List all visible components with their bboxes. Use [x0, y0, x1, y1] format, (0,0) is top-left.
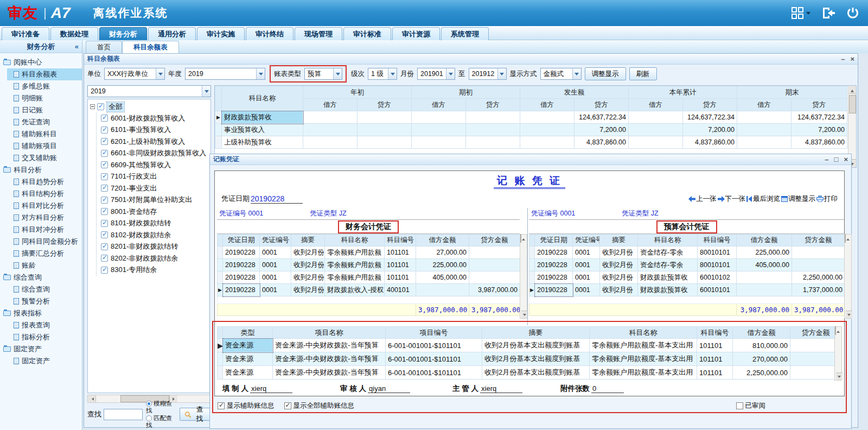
table-cell[interactable]: 零余额账户用款额度-基本支出用	[590, 339, 697, 352]
close-icon[interactable]: ×	[844, 156, 848, 163]
table-cell[interactable]: 20190228	[223, 246, 260, 259]
table-cell[interactable]: 7,200.00	[683, 124, 737, 136]
scrollbar-thumb[interactable]	[835, 326, 836, 335]
table-cell[interactable]: 20190228	[535, 284, 573, 296]
checkbox-icon[interactable]	[101, 267, 108, 274]
sidebar-item[interactable]: 科目趋势分析	[7, 176, 82, 188]
search-button[interactable]: 查找	[180, 408, 211, 421]
sidebar-item[interactable]: 固定资产	[7, 355, 82, 367]
table-cell[interactable]: 124,637,722.34	[792, 111, 847, 124]
main-tab[interactable]: 现场管理	[295, 27, 342, 40]
sidebar-group[interactable]: 固定资产	[3, 343, 82, 355]
table-cell[interactable]: 101101	[697, 339, 733, 352]
table-cell[interactable]: 810,000.00	[733, 339, 790, 352]
table-cell[interactable]: 6-001-001001-$101101	[386, 352, 482, 366]
table-cell[interactable]: 60010101	[698, 284, 737, 296]
table-cell[interactable]: 收到2月份	[291, 284, 325, 296]
table-cell[interactable]: 收到2月份	[600, 284, 638, 296]
table-row[interactable]: 201902280001收到2月份资金结存-零余80010101225,000.…	[529, 246, 845, 259]
table-cell[interactable]: 0001	[260, 259, 291, 271]
document-tab[interactable]: 科目余额表	[122, 41, 179, 53]
table-row[interactable]: 事业预算收入7,200.007,200.007,200.00	[215, 124, 847, 136]
scroll-down-icon[interactable]	[836, 372, 843, 380]
table-row[interactable]: 201902280001收到2月份零余额账户用款额101101225,000.0…	[218, 259, 520, 271]
table-cell[interactable]: 400101	[385, 284, 416, 296]
table-cell[interactable]: 财政拨款预算收	[638, 271, 698, 284]
sidebar-item[interactable]: 日记账	[7, 104, 82, 116]
table-cell[interactable]: 资金来源-中央财政拨款-当年预算	[273, 339, 386, 352]
voucher-nav-上一张[interactable]: 上一张	[688, 194, 717, 204]
table-cell[interactable]: 零余额账户用款额	[325, 271, 385, 284]
table-cell[interactable]: 收到2月份	[291, 246, 325, 259]
sidebar-item[interactable]: 科目对冲分析	[7, 224, 82, 236]
table-cell[interactable]: 7,200.00	[792, 124, 847, 136]
table-cell[interactable]: 60010102	[698, 271, 737, 284]
fuzzy-search-radio[interactable]	[146, 401, 152, 407]
level-select[interactable]: 1 级	[368, 68, 397, 80]
table-cell[interactable]: 80010101	[698, 259, 737, 271]
sidebar-item[interactable]: 综合查询	[7, 283, 82, 295]
table-cell[interactable]	[469, 259, 520, 271]
table-cell[interactable]: 3,987,000.00	[469, 284, 520, 296]
tree-collapse-icon[interactable]	[90, 104, 95, 109]
table-row[interactable]: 资金来源资金来源-中央财政拨款-当年预算6-001-001001-$101101…	[218, 352, 841, 366]
account-tree-item[interactable]: 8101-财政拨款结转	[97, 218, 209, 230]
display-mode-select[interactable]: 金额式	[540, 68, 582, 80]
table-cell[interactable]: 7,200.00	[575, 124, 629, 136]
table-row[interactable]: 上级补助预算收4,837,860.004,837,860.004,837,860…	[215, 136, 847, 149]
table-cell[interactable]: 资金结存-零余	[638, 259, 698, 271]
table-cell[interactable]: 收到2月份基本支出额度到账基	[482, 352, 590, 366]
table-cell[interactable]: 零余额账户用款额	[325, 259, 385, 271]
scrollbar-thumb[interactable]	[845, 234, 846, 243]
sidebar-item[interactable]: 同科目同金额分析	[7, 236, 82, 248]
table-cell[interactable]: 20190228	[223, 284, 260, 296]
table-cell[interactable]: 6-001-001001-$101101	[386, 339, 482, 352]
table-cell[interactable]: 124,637,722.34	[683, 111, 737, 124]
vertical-scrollbar[interactable]	[520, 234, 527, 319]
year-select[interactable]: 2019	[185, 68, 265, 80]
table-cell[interactable]	[469, 271, 520, 284]
logout-icon[interactable]	[821, 7, 835, 20]
table-cell[interactable]: 零余额账户用款额度-基本支出用	[590, 352, 697, 366]
scroll-left-icon[interactable]	[88, 395, 96, 402]
table-cell[interactable]: 20190228	[535, 259, 573, 271]
month-from-select[interactable]: 201901	[417, 68, 455, 80]
document-tab[interactable]: 首页	[86, 41, 122, 53]
checkbox-icon[interactable]	[101, 185, 108, 192]
table-cell[interactable]: 101101	[697, 352, 733, 366]
table-cell[interactable]: 收到2月份	[600, 271, 638, 284]
table-cell[interactable]	[629, 111, 683, 124]
minimize-icon[interactable]: –	[825, 156, 828, 163]
voucher-nav-调整显示[interactable]: 调整显示	[781, 194, 815, 204]
sidebar-item[interactable]: 报表查询	[7, 319, 82, 331]
table-cell[interactable]: 101101	[385, 259, 416, 271]
checkbox-icon[interactable]	[101, 197, 108, 204]
table-cell[interactable]: 0001	[573, 259, 600, 271]
table-cell[interactable]: 资金来源-中央财政拨款-当年预算	[273, 366, 386, 380]
table-cell[interactable]: 收到2月份基本支出额度到账基	[482, 366, 590, 380]
table-cell[interactable]	[412, 136, 466, 149]
table-row[interactable]: 201902280001收到2月份零余额账户用款额101101405,000.0…	[218, 271, 520, 284]
sidebar-group[interactable]: 报表指标	[3, 307, 82, 319]
table-cell[interactable]	[303, 124, 358, 136]
table-cell[interactable]: 2,250,000.00	[792, 271, 845, 284]
table-cell[interactable]	[629, 136, 683, 149]
power-icon[interactable]	[846, 7, 859, 20]
checkbox-icon[interactable]	[101, 208, 108, 215]
unit-select[interactable]: XXX行政单位	[104, 68, 165, 80]
table-cell[interactable]: 225,000.00	[737, 246, 792, 259]
table-cell[interactable]: 资金来源	[223, 366, 273, 380]
sidebar-item[interactable]: 明细账	[7, 92, 82, 104]
table-cell[interactable]: 0001	[573, 246, 600, 259]
table-cell[interactable]: 1,737,000.00	[792, 284, 845, 296]
table-cell[interactable]	[520, 124, 575, 136]
table-cell[interactable]	[790, 366, 841, 380]
table-row[interactable]: 201902280001收到2月份财政拨款预算收600101022,250,00…	[529, 271, 845, 284]
table-cell[interactable]: 101101	[697, 366, 733, 380]
option-checkbox-显示辅助账信息[interactable]: 显示辅助账信息	[218, 401, 275, 410]
table-cell[interactable]	[358, 124, 412, 136]
table-cell[interactable]	[790, 339, 841, 352]
account-tree-item[interactable]: 8202-非财政拨款结余	[97, 252, 209, 264]
sidebar-item[interactable]: 指标分析	[7, 331, 82, 343]
refresh-button[interactable]: 刷新	[629, 67, 657, 80]
